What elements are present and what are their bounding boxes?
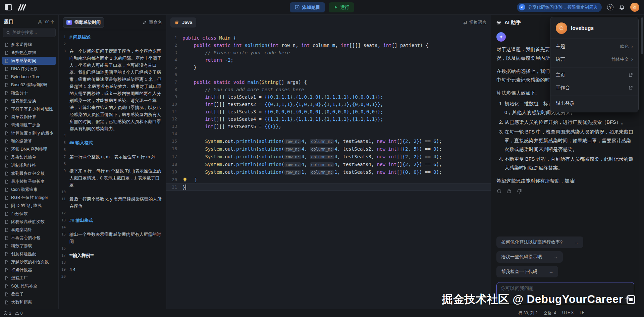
thumbs-up-icon[interactable] (506, 189, 512, 194)
markdown-line-text: **输入样例** (69, 252, 166, 259)
encoding-status[interactable]: UTF-8 (562, 310, 574, 316)
search-input[interactable] (12, 30, 52, 35)
markdown-line-row: 13## 输出格式 (59, 217, 166, 224)
sidebar-item[interactable]: 病毒感染时间 (2, 57, 56, 65)
line-number: 5 (166, 64, 182, 71)
code-line-row: 6 (166, 71, 491, 78)
menu-item-home[interactable]: 主页 (550, 69, 638, 82)
help-icon[interactable]: ? (607, 4, 613, 10)
sidebar-item-label: 比赛最高获胜次数 (11, 219, 45, 225)
sidebar-item[interactable]: 计算位置 x 到 y 的最少步数 (2, 129, 56, 137)
watermark: 掘金技术社区 @ DebugYourCareer (442, 292, 635, 307)
lightbulb-icon[interactable] (182, 177, 187, 182)
line-number: 7 (59, 153, 69, 160)
sparkle-asterisk-icon (496, 20, 501, 25)
arrow-right-icon: → (553, 254, 558, 260)
sidebar-item[interactable]: 比赛最高获胜次数 (2, 218, 56, 226)
markdown-source[interactable]: 1# 问题描述23在一个封闭的房间里摆满了座位，每个座位东西向和南北向都有固定 … (59, 30, 166, 309)
switch-language-button[interactable]: ⇄ 切换语言 (463, 19, 487, 25)
sidebar-item[interactable]: 穿越沙漠的补给次数 (2, 258, 56, 266)
sidebar-item[interactable]: Bytedance Tree (2, 73, 56, 81)
add-problem-button[interactable]: 添加题目 (290, 2, 325, 12)
sidebar-item[interactable]: 不再贪心的小包 (2, 234, 56, 242)
menu-item-language[interactable]: 语言 简体中文› (550, 53, 638, 66)
sidebar-item[interactable]: 链表聚集交换 (2, 97, 56, 105)
user-avatar[interactable]: ☺ (630, 3, 639, 12)
sidebar-item[interactable]: 创意标题匹配 (2, 250, 56, 258)
document-icon (4, 115, 9, 119)
sidebar-item-label: Cion 勒索病毒 (11, 187, 38, 193)
watermark-logo-icon (627, 295, 635, 304)
sidebar-item[interactable]: 进制求和转换 (2, 161, 56, 169)
sidebar-item-label: 进制求和转换 (11, 163, 36, 168)
sidebar-item[interactable]: 蛋糕工厂 (2, 274, 56, 282)
ai-message-actions (496, 189, 634, 194)
run-button[interactable]: 运行 (329, 2, 354, 12)
sidebar-item[interactable]: 最小替换子串长度 (2, 177, 56, 186)
code-line-row: 19 System.out.println(solution(row_n:1, … (166, 168, 491, 176)
suggestion-pill[interactable]: 帮我检查一下代码→ (496, 266, 558, 277)
document-icon (4, 220, 9, 224)
cursor-position-status[interactable]: 行 33, 列 2 (518, 310, 537, 316)
document-icon (4, 300, 9, 305)
sidebar-item[interactable]: 叠盘子 (2, 290, 56, 298)
line-number: 16 (166, 145, 182, 153)
code-lines[interactable]: 1public class Main {2 public static int … (166, 30, 491, 309)
line-number: 14 (166, 130, 182, 138)
menu-item-workbench[interactable]: 工作台 (550, 82, 638, 94)
sidebar-item[interactable]: 拿到最多红包金额 (2, 169, 56, 177)
code-line-row: 7 public static void main(String[] args)… (166, 78, 491, 86)
suggestion-pill[interactable]: 给我一些代码提示吧→ (496, 251, 563, 263)
arrow-right-icon: → (574, 240, 579, 245)
sidebar-item[interactable]: 青海湖租车之旅 (2, 121, 56, 129)
sidebar-item[interactable]: 猫鱼分干 (2, 89, 56, 97)
problem-sidebar: 题目 共 100 个 多米诺骨牌查找热点数据病毒感染时间DNA 序列还原Byte… (0, 15, 59, 309)
sidebar-item[interactable]: 字符串有多少种可能性 (2, 105, 56, 113)
sidebar-item[interactable]: 猜数字游戏 (2, 242, 56, 250)
markdown-line-text (69, 273, 166, 280)
suggestion-pill[interactable]: 如何优化算法以提高运行效率?→ (496, 236, 583, 248)
regenerate-icon[interactable] (496, 189, 502, 194)
sidebar-item[interactable]: 多米诺骨牌 (2, 41, 56, 49)
sidebar-item[interactable]: 暴雨梨花针 (2, 226, 56, 234)
line-number: 2 (59, 41, 69, 48)
sidebar-item[interactable]: 环状 DNA 序列整理 (2, 145, 56, 153)
sidebar-item-label: 和的逆运算 (11, 139, 32, 144)
sidebar-item[interactable]: 和的逆运算 (2, 137, 56, 145)
sidebar-item[interactable]: Base32 编码和解码 (2, 81, 56, 89)
sidebar-item[interactable]: SQL 代码补全 (2, 282, 56, 290)
language-tab[interactable]: Java (170, 17, 196, 28)
bell-icon[interactable] (619, 4, 625, 10)
sidebar-item[interactable]: DNA 序列还原 (2, 65, 56, 73)
document-icon (4, 147, 9, 152)
sidebar-item[interactable]: 打点计数器 (2, 266, 56, 274)
sidebar-item[interactable]: 百分位数 (2, 210, 56, 218)
markdown-line-row: 17**输入样例** (59, 252, 166, 259)
scrollbar-thumb[interactable] (641, 17, 643, 54)
eol-status[interactable]: LF (580, 310, 584, 316)
sidebar-item[interactable]: 查找热点数据 (2, 49, 56, 57)
menu-item-theme[interactable]: 主题 暗色› (550, 40, 638, 53)
document-icon (4, 252, 9, 256)
line-number: 1 (166, 34, 182, 42)
document-icon (4, 139, 9, 144)
sidebar-item[interactable]: 阿 D 的飞行路线 (2, 202, 56, 210)
indent-status[interactable]: 空格: 4 (544, 310, 556, 316)
thumbs-down-icon[interactable] (517, 189, 522, 194)
problem-title-chip[interactable]: 病毒感染时间 (63, 17, 104, 28)
sidebar-item[interactable]: 大数和距离 (2, 298, 56, 306)
line-number: 8 (59, 160, 69, 167)
warnings-status[interactable]: 0 (15, 311, 23, 316)
code-line-row: 9 int[][] testSeats1 = {{0,1,1,1},{1,0,1… (166, 93, 491, 101)
sidebar-item[interactable]: Cion 勒索病毒 (2, 186, 56, 194)
sidebar-item[interactable]: RGB 色值转 Integer (2, 194, 56, 202)
markdown-line-text: 4 4 (69, 266, 166, 273)
sidebar-toggle-icon[interactable] (5, 4, 12, 10)
sidebar-item[interactable]: 简单四则计算 (2, 113, 56, 121)
errors-status[interactable]: 2 (3, 311, 11, 316)
rename-button[interactable]: 重命名 (143, 19, 162, 25)
code-line-text: System.out.println(solution(row_n:4, col… (182, 138, 442, 145)
sidebar-item[interactable]: 及格如此简单 (2, 153, 56, 161)
promo-banner[interactable]: 分享代码练习体验，领限量定制周边 (517, 3, 602, 12)
menu-item-logout[interactable]: 退出登录 (550, 97, 638, 110)
